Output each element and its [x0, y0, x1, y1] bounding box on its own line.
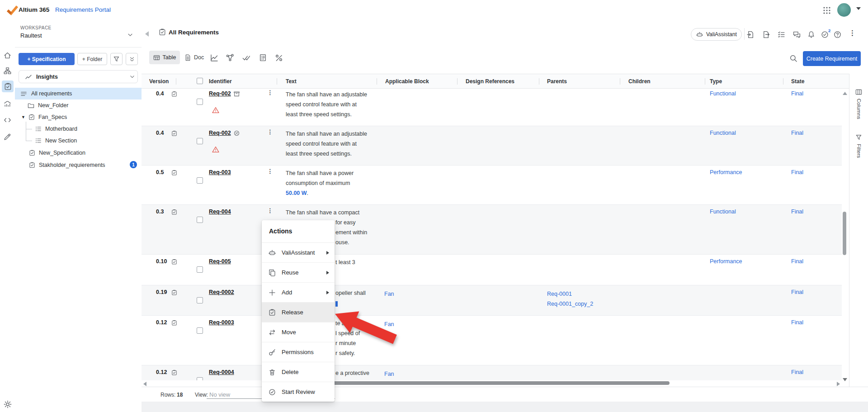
trace-chart-icon[interactable] [210, 54, 218, 62]
column-divider[interactable] [783, 78, 783, 85]
vali-assistant-button[interactable]: ValiAssistant [691, 28, 742, 41]
column-divider[interactable] [620, 78, 620, 85]
table-row[interactable]: 0.19 Req-0002 ⋮ opeller shall Fan Req-00… [142, 285, 842, 316]
altium-logo-icon[interactable] [6, 5, 19, 16]
menu-item-start-review[interactable]: Start Review [262, 382, 335, 402]
search-icon[interactable] [789, 54, 797, 62]
column-header-state[interactable]: State [791, 78, 804, 85]
tab-columns[interactable]: Columns [856, 99, 862, 119]
filter-button[interactable] [110, 53, 123, 65]
state-cell[interactable]: Final [791, 258, 803, 265]
type-cell[interactable]: Functional [710, 90, 736, 97]
tab-filters[interactable]: Filters [856, 144, 862, 158]
columns-icon[interactable] [855, 89, 862, 95]
collapse-sidebar-icon[interactable] [145, 31, 149, 37]
parent-link[interactable]: Req-0001 [547, 291, 572, 297]
insights-panel[interactable]: Insights [19, 70, 138, 83]
table-row[interactable]: 0.4 Req-002 ⋮ The fan shall have an adju… [142, 126, 842, 166]
components-icon[interactable] [4, 67, 11, 75]
state-cell[interactable]: Final [791, 130, 803, 136]
menu-item-release[interactable]: Release [262, 303, 335, 322]
more-options-icon[interactable]: ⋮ [849, 29, 856, 36]
help-icon[interactable] [834, 31, 841, 38]
sidebar-item-new-specification[interactable]: New_Specification [15, 147, 142, 159]
row-checkbox[interactable] [197, 177, 203, 184]
menu-item-move[interactable]: Move [262, 322, 335, 342]
home-icon[interactable] [4, 52, 11, 59]
row-checkbox[interactable] [197, 266, 203, 273]
state-cell[interactable]: Final [791, 208, 803, 215]
table-row[interactable]: 0.10 Req-005 ⋮ t least 3 Performance Fin… [142, 255, 842, 285]
warning-icon[interactable] [212, 146, 219, 153]
value-fragment[interactable]: 50.00 W [286, 190, 307, 196]
vscroll-up-arrow[interactable] [843, 92, 847, 95]
tab-table-view[interactable]: Table [149, 51, 180, 64]
menu-item-reuse[interactable]: Reuse [262, 263, 335, 283]
analytics-icon[interactable] [4, 100, 11, 108]
requirement-id-link[interactable]: Req-003 [209, 169, 231, 175]
table-row[interactable]: 0.12 Req-0003 ⋮ te a l speed of r minute… [142, 316, 842, 365]
hscroll-left-arrow[interactable] [143, 382, 146, 386]
add-folder-button[interactable]: + Folder [77, 53, 107, 65]
row-actions-kebab-icon[interactable]: ⋮ [267, 169, 273, 175]
requirement-id-link[interactable]: Req-002 [209, 90, 231, 97]
hscroll-right-arrow[interactable] [837, 382, 840, 386]
column-header-applicable-block[interactable]: Applicable Block [385, 78, 429, 85]
user-avatar[interactable] [837, 3, 851, 17]
requirement-id-link[interactable]: Req-005 [209, 258, 231, 265]
collapse-all-button[interactable] [126, 53, 138, 65]
column-divider[interactable] [176, 78, 176, 85]
workspace-chevron-icon[interactable] [127, 32, 133, 38]
vertical-scrollbar-thumb[interactable] [843, 212, 846, 255]
sidebar-item-stakeholder-requirements[interactable]: Stakholder_requierements [15, 159, 142, 171]
insights-chevron-icon[interactable] [129, 74, 135, 80]
import-icon[interactable] [747, 31, 755, 38]
column-divider[interactable] [277, 78, 277, 85]
comments-icon[interactable] [793, 31, 801, 38]
design-pen-icon[interactable] [4, 133, 11, 141]
form-view-icon[interactable] [259, 54, 267, 62]
create-requirement-button[interactable]: Create Requirement [803, 51, 861, 66]
notifications-bell-icon[interactable] [807, 31, 815, 38]
checklist-icon[interactable] [778, 31, 785, 38]
code-icon[interactable] [4, 116, 11, 124]
row-checkbox[interactable] [197, 377, 203, 380]
requirement-id-link[interactable]: Req-0002 [209, 289, 234, 295]
sidebar-item-new-folder[interactable]: New_Folder [15, 99, 142, 111]
menu-item-add[interactable]: Add [262, 283, 335, 303]
settings-gear-icon[interactable] [4, 400, 12, 408]
requirement-id-link[interactable]: Req-004 [209, 208, 231, 215]
menu-item-delete[interactable]: Delete [262, 362, 335, 382]
table-row[interactable]: 0.5 Req-003 ⋮ The fan shall have a power… [142, 166, 842, 205]
column-header-version[interactable]: Version [149, 78, 169, 85]
view-select[interactable]: No view [209, 391, 230, 398]
type-cell[interactable]: Performance [710, 169, 742, 175]
column-header-design-references[interactable]: Design References [466, 78, 514, 85]
row-actions-kebab-icon[interactable]: ⋮ [267, 129, 273, 135]
row-checkbox[interactable] [197, 138, 203, 144]
column-divider[interactable] [457, 78, 458, 85]
parent-link[interactable]: Req-0001_copy_2 [547, 301, 593, 307]
column-divider[interactable] [705, 78, 705, 85]
apps-grid-icon[interactable] [823, 6, 831, 14]
column-header-children[interactable]: Children [628, 78, 651, 85]
row-checkbox[interactable] [197, 327, 203, 334]
column-header-identifier[interactable]: Identifier [209, 78, 232, 85]
workspace-name[interactable]: Raultest [20, 32, 42, 39]
requirement-id-link[interactable]: Req-002 [209, 130, 231, 136]
filters-icon[interactable] [855, 134, 862, 141]
requirement-id-link[interactable]: Req-0004 [209, 369, 234, 375]
select-all-checkbox[interactable] [197, 78, 203, 84]
vscroll-down-arrow[interactable] [843, 378, 847, 381]
column-header-parents[interactable]: Parents [547, 78, 567, 85]
row-checkbox[interactable] [197, 297, 203, 303]
export-icon[interactable] [762, 31, 770, 38]
product-title[interactable]: Requirements Portal [55, 6, 111, 13]
state-cell[interactable]: Final [791, 169, 803, 175]
add-specification-button[interactable]: + Specification [19, 53, 75, 65]
double-check-icon[interactable] [242, 54, 250, 62]
warning-icon[interactable] [212, 107, 219, 114]
account-caret-icon[interactable] [856, 7, 861, 10]
type-cell[interactable]: Functional [710, 130, 736, 136]
row-actions-kebab-icon[interactable]: ⋮ [267, 208, 273, 214]
